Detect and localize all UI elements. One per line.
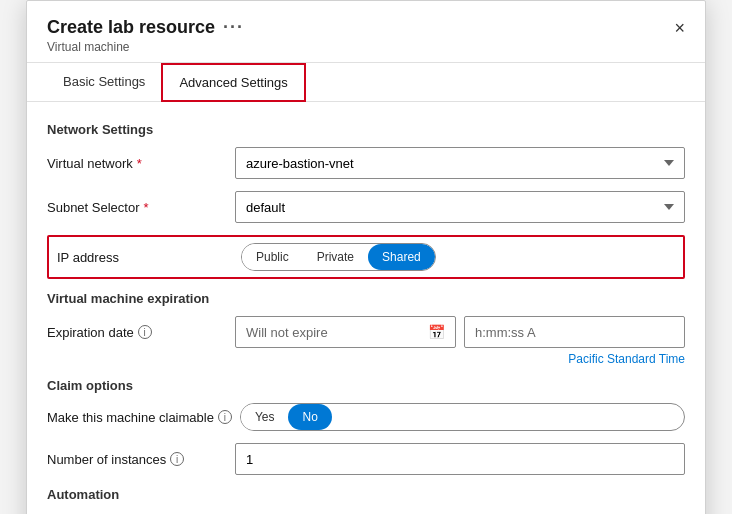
instances-label: Number of instances i bbox=[47, 452, 227, 467]
subnet-row: Subnet Selector * default bbox=[47, 191, 685, 223]
subnet-required: * bbox=[144, 200, 149, 215]
virtual-network-required: * bbox=[137, 156, 142, 171]
ip-option-public[interactable]: Public bbox=[242, 244, 303, 270]
ip-option-private[interactable]: Private bbox=[303, 244, 368, 270]
expiration-date-input[interactable]: Will not expire 📅 bbox=[235, 316, 456, 348]
section-claim-label: Claim options bbox=[47, 378, 685, 393]
dialog-header: Create lab resource ··· Virtual machine … bbox=[27, 1, 705, 63]
claimable-label: Make this machine claimable i bbox=[47, 410, 232, 425]
instances-control bbox=[235, 443, 685, 475]
subnet-select[interactable]: default bbox=[235, 191, 685, 223]
subnet-control: default bbox=[235, 191, 685, 223]
claimable-row: Make this machine claimable i Yes No bbox=[47, 403, 685, 431]
tab-advanced[interactable]: Advanced Settings bbox=[161, 63, 305, 102]
expiration-time-input[interactable]: h:mm:ss A bbox=[464, 316, 685, 348]
virtual-network-control: azure-bastion-vnet bbox=[235, 147, 685, 179]
claimable-toggle-group: Yes No bbox=[240, 403, 685, 431]
timezone-link[interactable]: Pacific Standard Time bbox=[568, 352, 685, 366]
ip-toggle-group: Public Private Shared bbox=[241, 243, 436, 271]
instances-input[interactable] bbox=[235, 443, 685, 475]
dialog-subtitle: Virtual machine bbox=[47, 40, 244, 54]
claimable-no[interactable]: No bbox=[288, 404, 331, 430]
create-lab-dialog: Create lab resource ··· Virtual machine … bbox=[26, 0, 706, 514]
virtual-network-label: Virtual network * bbox=[47, 156, 227, 171]
expiry-controls: Will not expire 📅 h:mm:ss A bbox=[235, 316, 685, 348]
instances-row: Number of instances i bbox=[47, 443, 685, 475]
dialog-body: Network Settings Virtual network * azure… bbox=[27, 102, 705, 514]
virtual-network-select[interactable]: azure-bastion-vnet bbox=[235, 147, 685, 179]
claimable-info-icon[interactable]: i bbox=[218, 410, 232, 424]
expiration-date-row: Expiration date i Will not expire 📅 h:mm… bbox=[47, 316, 685, 348]
more-options-icon[interactable]: ··· bbox=[223, 17, 244, 38]
section-network-label: Network Settings bbox=[47, 122, 685, 137]
section-automation-label: Automation bbox=[47, 487, 685, 502]
instances-info-icon[interactable]: i bbox=[170, 452, 184, 466]
tab-basic[interactable]: Basic Settings bbox=[47, 63, 161, 102]
expiration-date-label: Expiration date i bbox=[47, 325, 227, 340]
subnet-label: Subnet Selector * bbox=[47, 200, 227, 215]
ip-address-row: IP address Public Private Shared bbox=[47, 235, 685, 279]
timezone-row: Pacific Standard Time bbox=[47, 352, 685, 366]
expiration-info-icon[interactable]: i bbox=[138, 325, 152, 339]
tab-bar: Basic Settings Advanced Settings bbox=[27, 63, 705, 102]
ip-address-label: IP address bbox=[57, 250, 233, 265]
calendar-icon: 📅 bbox=[428, 324, 445, 340]
close-button[interactable]: × bbox=[666, 19, 685, 37]
virtual-network-row: Virtual network * azure-bastion-vnet bbox=[47, 147, 685, 179]
claimable-yes[interactable]: Yes bbox=[241, 404, 289, 430]
section-expiration-label: Virtual machine expiration bbox=[47, 291, 685, 306]
dialog-title-text: Create lab resource bbox=[47, 17, 215, 38]
dialog-title: Create lab resource ··· bbox=[47, 17, 244, 38]
dialog-title-area: Create lab resource ··· Virtual machine bbox=[47, 17, 244, 62]
ip-option-shared[interactable]: Shared bbox=[368, 244, 435, 270]
claimable-control: Yes No bbox=[240, 403, 685, 431]
